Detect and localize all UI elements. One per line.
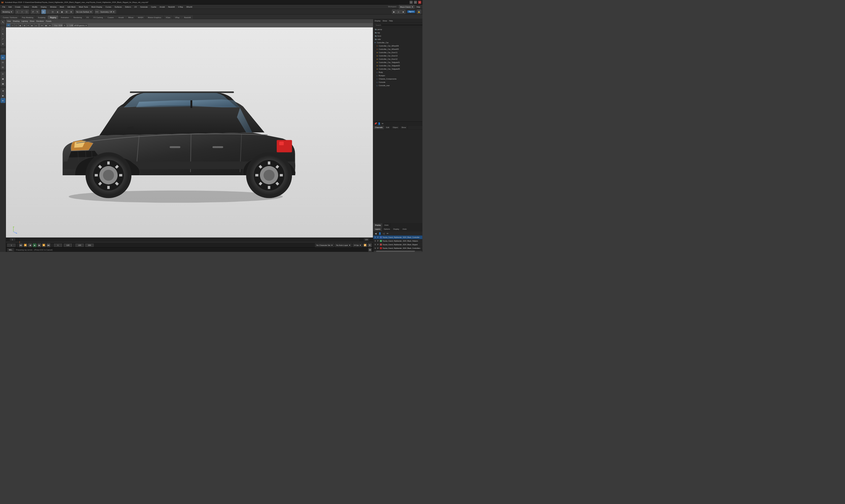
loop-btn[interactable]: 🔁	[364, 243, 367, 247]
vp-hud-btn[interactable]: ▣	[44, 24, 48, 27]
tab-sculpting[interactable]: Sculpting	[36, 16, 48, 19]
tab-redshift[interactable]: Redshift	[182, 16, 193, 19]
stop-render-btn[interactable]: ■	[401, 10, 405, 14]
rotate-btn[interactable]: ↻	[1, 32, 5, 36]
h-scrollbar[interactable]	[373, 250, 423, 252]
tree-item-body[interactable]: ◇ Body	[373, 71, 423, 74]
menu-mesh-display[interactable]: Mesh Display	[90, 5, 104, 8]
vp-menu-view[interactable]: View	[7, 20, 11, 22]
vp-exp-btn[interactable]: ☀	[63, 24, 66, 27]
outliner-show-btn[interactable]: Show	[382, 19, 388, 22]
menu-display[interactable]: Display	[39, 5, 48, 8]
layer-edit-icon[interactable]: ✏	[386, 231, 390, 235]
tab-mash[interactable]: MASH	[136, 16, 146, 19]
menu-create[interactable]: Create	[14, 5, 22, 8]
menu-cache[interactable]: Cache	[149, 5, 158, 8]
vp-manip-btn[interactable]: ⊕	[48, 24, 52, 27]
vp-menu-renderer[interactable]: Renderer	[36, 20, 44, 22]
tree-item-controller-car-door11[interactable]: ★ Controller_Car_Door11	[373, 51, 423, 54]
tab-custom[interactable]: Custom	[105, 16, 116, 19]
prev-key-btn[interactable]: ⏪	[24, 243, 28, 247]
person-icon[interactable]: 👤	[377, 122, 381, 125]
layer-person-icon[interactable]: 👤	[378, 231, 382, 235]
ipr-btn[interactable]: ▷	[397, 10, 401, 14]
tab-fx[interactable]: FX	[84, 16, 91, 19]
menu-mesh-tools[interactable]: Mesh Tools	[77, 5, 89, 8]
layer-tab-anim[interactable]: Anim	[401, 228, 408, 231]
menu-deform[interactable]: Deform	[124, 5, 133, 8]
snap-grid-btn[interactable]: ⊞	[41, 10, 46, 14]
skip-end-btn[interactable]: ⏭	[47, 243, 51, 247]
vp-menu-panels[interactable]: Panels	[46, 20, 52, 22]
tree-item-front[interactable]: 📷 front	[373, 34, 423, 38]
cb-tab-channels[interactable]: Channels	[373, 125, 385, 129]
tool3-btn[interactable]: ▦	[1, 82, 5, 86]
snap-edge-btn[interactable]: ⊟	[65, 10, 69, 14]
tree-item-top[interactable]: 📷 top	[373, 31, 423, 34]
tab-arnold[interactable]: Arnold	[116, 16, 126, 19]
paint-btn[interactable]: ⬡	[24, 10, 29, 14]
menu-redshift[interactable]: Redshift	[167, 5, 176, 8]
cb-tab-object[interactable]: Object	[391, 125, 400, 129]
tab-animation[interactable]: Animation	[59, 16, 71, 19]
gamma-dropdown[interactable]: sRGB gamma ▼	[73, 24, 88, 27]
range-start-input[interactable]	[10, 239, 15, 241]
frame-selected-btn[interactable]: ⊟	[1, 65, 5, 70]
menu-vray[interactable]: V-Ray	[177, 5, 184, 8]
snap-view-btn[interactable]: ◈	[55, 10, 59, 14]
playback-start-field[interactable]	[76, 244, 84, 247]
tree-item-controller-car-tailgate05[interactable]: ★ Controller_Car_Tailgate05	[373, 67, 423, 71]
next-frame-btn[interactable]: ▶	[38, 243, 41, 247]
menu-uv[interactable]: UV	[133, 5, 138, 8]
shelf1-btn[interactable]: ◈	[1, 88, 5, 93]
scale-btn[interactable]: ⤢	[1, 37, 5, 41]
tree-item-controller-car-door12[interactable]: ★ Controller_Car_Door12	[373, 57, 423, 61]
tree-item-controller-car-door13[interactable]: ★ Controller_Car_Door13	[373, 54, 423, 57]
prev-frame-btn[interactable]: ◀	[29, 243, 32, 247]
viewport-canvas[interactable]: y z	[6, 28, 373, 238]
vp-camera-btn[interactable]: 📷	[6, 24, 10, 27]
tree-item-controller-car-tailgate03[interactable]: ★ Controller_Car_Tailgate03	[373, 64, 423, 67]
select-tool-btn[interactable]: ⊹	[15, 10, 19, 14]
menu-file[interactable]: File	[1, 5, 6, 8]
menu-modify[interactable]: Modify	[31, 5, 39, 8]
shelf3-btn[interactable]: ⊞	[1, 98, 5, 103]
sign-in-button[interactable]: Sign In	[407, 11, 415, 13]
h-scrollbar-thumb[interactable]	[376, 251, 415, 252]
mel-mode-btn[interactable]: MEL	[7, 248, 14, 251]
layer-row-1[interactable]: V P Toyota_Grand_Highlander_2024_Black_H…	[373, 239, 423, 243]
outliner-help-btn[interactable]: Help	[388, 19, 393, 22]
snap-live-btn[interactable]: ⊕	[69, 10, 73, 14]
tree-item-console-rear[interactable]: ◇ Console_rear	[373, 84, 423, 87]
outliner-display-btn[interactable]: Display	[374, 19, 382, 22]
render-btn[interactable]: ▶	[392, 10, 396, 14]
menu-select[interactable]: Select	[22, 5, 30, 8]
tab-xgen[interactable]: XGen	[164, 16, 173, 19]
vp-smooth-btn[interactable]: ◉	[18, 24, 22, 27]
tree-item-console[interactable]: ◇ Console	[373, 80, 423, 84]
move-btn[interactable]: ↕	[1, 27, 5, 31]
menu-edit-mesh[interactable]: Edit Mesh	[66, 5, 76, 8]
layer-tab-options[interactable]: Options	[382, 228, 392, 231]
tree-item-controller-car-wheel06[interactable]: ✦ Controller_Car_Wheel06	[373, 44, 423, 48]
symmetry-dropdown[interactable]: Symmetry: Off ▼	[100, 10, 116, 14]
vp-objects-btn[interactable]: ⊹	[11, 24, 14, 27]
fps-dropdown[interactable]: 24 fps ▼	[353, 243, 362, 247]
tab-poly-modeling[interactable]: Poly Modeling	[20, 16, 36, 19]
tool1-btn[interactable]: ⊙	[1, 72, 5, 76]
tab-rendering[interactable]: Rendering	[71, 16, 84, 19]
end-frame-field[interactable]	[64, 244, 72, 247]
tab-curves-surfaces[interactable]: Curves / Surfaces	[1, 16, 19, 19]
tab-display[interactable]: Display	[373, 223, 383, 228]
timeline-content[interactable]	[6, 241, 373, 243]
settings-btn[interactable]: ⚙	[368, 243, 372, 247]
playback-end-field[interactable]	[86, 244, 94, 247]
cb-tab-edit[interactable]: Edit	[384, 125, 391, 129]
edit-icon[interactable]: ✏	[381, 122, 385, 125]
menu-curves[interactable]: Curves	[104, 5, 112, 8]
current-frame-field[interactable]	[7, 244, 16, 247]
menu-mesh[interactable]: Mesh	[58, 5, 65, 8]
menu-arnold[interactable]: Arnold	[158, 5, 166, 8]
shelf2-btn[interactable]: ◉	[1, 93, 5, 98]
panel-layout-btn[interactable]: ⊞	[1, 55, 5, 60]
